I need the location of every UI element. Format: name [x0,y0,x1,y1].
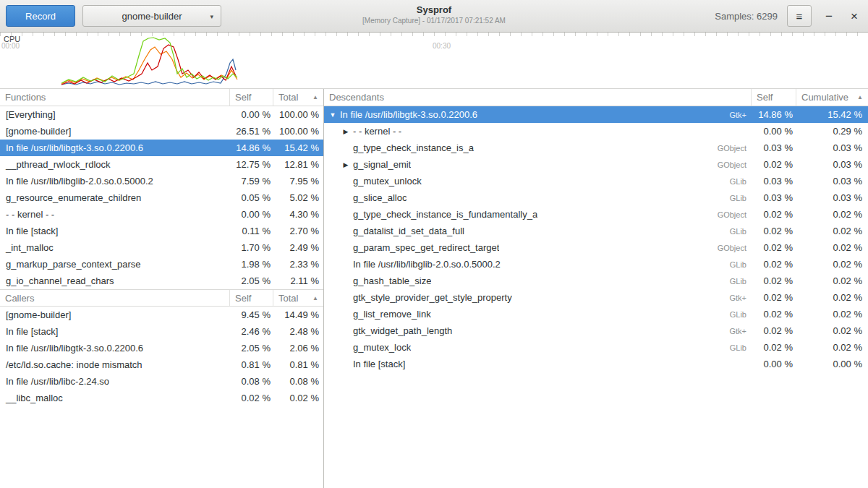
function-name-cell: In file [stack] [0,326,229,337]
library-tag: GLib [730,194,751,202]
function-name-cell: In file /usr/lib/libglib-2.0.so.0.5000.2 [0,176,229,187]
self-percent-cell: 9.45 % [229,309,273,320]
table-row[interactable]: In file /usr/lib/libglib-2.0.so.0.5000.2… [0,173,323,189]
table-row[interactable]: ▶g_signal_emitGObject0.02 %0.03 % [324,156,868,173]
library-tag: GObject [718,244,751,252]
callers-table-header: Callers Self Total ▲ [0,289,323,307]
hamburger-menu-icon: ≡ [796,10,803,22]
table-row[interactable]: ▶- - kernel - -0.00 %0.29 % [324,123,868,140]
functions-total-column-header[interactable]: Total ▲ [273,89,323,106]
table-row[interactable]: g_type_check_instance_is_fundamentally_a… [324,206,868,223]
library-tag: GObject [718,144,751,153]
expander-expanded-icon[interactable]: ▼ [327,111,339,119]
cumulative-percent-cell: 0.02 % [796,275,868,286]
library-tag: Gtk+ [729,111,751,119]
table-row[interactable]: g_type_check_instance_is_aGObject0.03 %0… [324,140,868,156]
self-percent-cell: 0.02 % [751,309,796,320]
menu-button[interactable]: ≡ [787,5,812,27]
self-percent-cell: 0.02 % [751,325,796,336]
function-name-cell: g_mutex_unlock [352,176,422,187]
time-label-mid: 00:30 [433,42,451,50]
function-name-cell: In file /usr/lib/libc-2.24.so [0,376,229,387]
table-row[interactable]: [gnome-builder]9.45 %14.49 % [0,307,323,323]
cumulative-percent-cell: 0.02 % [796,342,868,353]
samples-count: Samples: 6299 [715,11,778,22]
table-row[interactable]: _int_malloc1.70 %2.49 % [0,239,323,256]
minimize-button[interactable]: − [821,0,837,33]
table-row[interactable]: g_io_channel_read_chars2.05 %2.11 % [0,273,323,289]
expander-collapsed-icon[interactable]: ▶ [340,161,352,168]
cpu-timeline[interactable]: CPU 00:00 00:30 [0,33,868,89]
functions-self-column-header[interactable]: Self [229,89,273,106]
library-tag: GLib [730,260,751,269]
table-row[interactable]: In file /usr/lib/libc-2.24.so0.08 %0.08 … [0,373,323,390]
function-name-cell: g_signal_emit [352,159,411,170]
table-row[interactable]: g_mutex_lockGLib0.02 %0.02 % [324,339,868,356]
table-row[interactable]: g_markup_parse_context_parse1.98 %2.33 % [0,256,323,273]
functions-column-header[interactable]: Functions [0,89,229,106]
callers-column-header[interactable]: Callers [0,290,229,306]
table-row[interactable]: g_list_remove_linkGLib0.02 %0.02 % [324,306,868,322]
callers-list: [gnome-builder]9.45 %14.49 %In file [sta… [0,307,323,406]
table-row[interactable]: gtk_widget_path_lengthGtk+0.02 %0.02 % [324,322,868,339]
self-percent-cell: 0.03 % [751,142,796,153]
self-percent-cell: 0.02 % [751,275,796,286]
total-percent-cell: 15.42 % [273,142,323,153]
total-percent-cell: 0.02 % [273,393,323,403]
self-percent-cell: 0.02 % [751,242,796,253]
self-percent-cell: 0.02 % [751,342,796,353]
table-row[interactable]: g_param_spec_get_redirect_targetGObject0… [324,239,868,256]
library-tag: GLib [730,343,751,352]
callers-self-column-header[interactable]: Self [229,290,273,306]
table-row[interactable]: In file [stack]2.46 %2.48 % [0,323,323,340]
descendants-column-header[interactable]: Descendants [324,89,751,106]
process-selector-dropdown[interactable]: gnome-builder ▾ [82,5,221,27]
descendants-cumulative-column-header[interactable]: Cumulative ▲ [796,89,868,106]
table-row[interactable]: In file [stack]0.00 %0.00 % [324,356,868,372]
process-selector-label: gnome-builder [122,11,182,22]
table-row[interactable]: g_slice_allocGLib0.03 %0.03 % [324,189,868,206]
expander-collapsed-icon[interactable]: ▶ [340,128,352,135]
function-name-cell: g_markup_parse_context_parse [0,259,229,270]
table-row[interactable]: g_mutex_unlockGLib0.03 %0.03 % [324,173,868,189]
sort-ascending-icon: ▲ [857,94,863,100]
table-row[interactable]: In file /usr/lib/libgtk-3.so.0.2200.62.0… [0,340,323,356]
self-percent-cell: 0.02 % [229,393,273,403]
cumulative-percent-cell: 0.03 % [796,142,868,153]
table-row[interactable]: [gnome-builder]26.51 %100.00 % [0,123,323,140]
functions-list: [Everything]0.00 %100.00 %[gnome-builder… [0,106,323,289]
table-row[interactable]: __libc_malloc0.02 %0.02 % [0,390,323,406]
function-name-cell: g_slice_alloc [352,192,407,203]
cumulative-percent-cell: 15.42 % [796,109,868,120]
total-percent-cell: 100.00 % [273,109,323,120]
close-button[interactable]: × [846,0,862,33]
function-name-cell: [gnome-builder] [0,309,229,320]
table-row[interactable]: __pthread_rwlock_rdlock12.75 %12.81 % [0,156,323,173]
self-percent-cell: 2.46 % [229,326,273,337]
record-button[interactable]: Record [6,5,75,27]
self-percent-cell: 1.70 % [229,242,273,253]
table-row[interactable]: /etc/ld.so.cache: inode mismatch0.81 %0.… [0,356,323,373]
total-percent-cell: 100.00 % [273,126,323,137]
sysprof-window: Record gnome-builder ▾ Sysprof [Memory C… [0,0,868,488]
table-row[interactable]: g_hash_table_sizeGLib0.02 %0.02 % [324,273,868,289]
function-name-cell: [gnome-builder] [0,126,229,137]
time-label-start: 00:00 [1,42,20,50]
table-row[interactable]: ▼In file /usr/lib/libgtk-3.so.0.2200.6Gt… [324,106,868,123]
callers-total-column-header[interactable]: Total ▲ [273,290,323,306]
function-name-cell: g_type_check_instance_is_a [352,142,474,153]
table-row[interactable]: [Everything]0.00 %100.00 % [0,106,323,123]
table-row[interactable]: gtk_style_provider_get_style_propertyGtk… [324,289,868,306]
cumulative-percent-cell: 0.03 % [796,192,868,203]
descendants-self-column-header[interactable]: Self [751,89,796,106]
cumulative-percent-cell: 0.02 % [796,242,868,253]
table-row[interactable]: In file /usr/lib/libglib-2.0.so.0.5000.2… [324,256,868,273]
table-row[interactable]: g_datalist_id_set_data_fullGLib0.02 %0.0… [324,223,868,239]
table-row[interactable]: g_resource_enumerate_children0.05 %5.02 … [0,189,323,206]
table-row[interactable]: - - kernel - -0.00 %4.30 % [0,206,323,223]
table-row[interactable]: In file /usr/lib/libgtk-3.so.0.2200.614.… [0,140,323,156]
cumulative-percent-cell: 0.02 % [796,325,868,336]
total-percent-cell: 4.30 % [273,209,323,220]
self-percent-cell: 0.08 % [229,376,273,387]
table-row[interactable]: In file [stack]0.11 %2.70 % [0,223,323,239]
